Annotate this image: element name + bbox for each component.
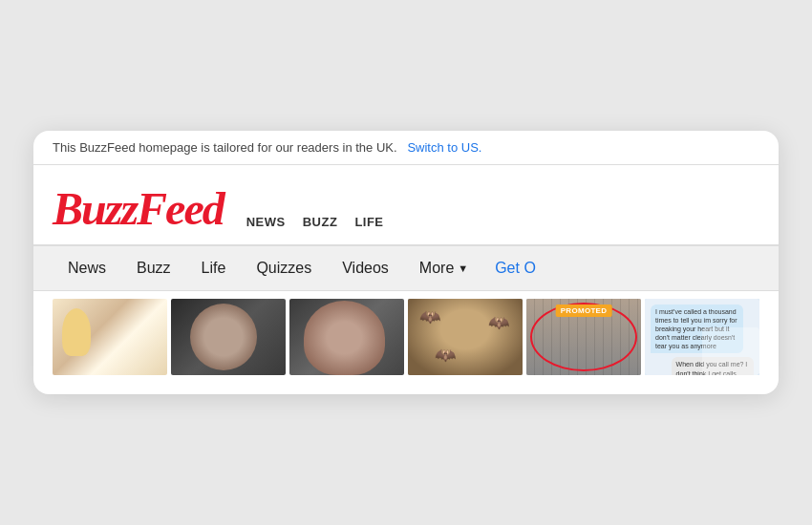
chat-bubble-2: When did you call me? I don't think I ge… bbox=[672, 357, 754, 375]
main-card: This BuzzFeed homepage is tailored for o… bbox=[33, 131, 779, 394]
nav-bar: News Buzz Life Quizzes Videos More ▼ Get… bbox=[33, 245, 779, 291]
header-nav-life: LIFE bbox=[354, 215, 383, 229]
nav-quizzes[interactable]: Quizzes bbox=[241, 246, 327, 290]
bat-icon-2: 🦇 bbox=[435, 345, 456, 366]
thumbnail-5-promoted[interactable]: PROMOTED bbox=[526, 299, 641, 375]
chat-overlay: I must've called a thousand times to tel… bbox=[645, 299, 759, 375]
header-nav: NEWS BUZZ LIFE bbox=[246, 215, 384, 235]
thumbnail-3[interactable] bbox=[289, 299, 404, 375]
nav-more[interactable]: More ▼ bbox=[404, 246, 483, 290]
chevron-down-icon: ▼ bbox=[458, 262, 468, 274]
nav-get[interactable]: Get O bbox=[483, 246, 547, 290]
bat-icon-3: 🦇 bbox=[488, 312, 509, 333]
header-nav-buzz: BUZZ bbox=[303, 215, 338, 229]
header: BuzzFeed NEWS BUZZ LIFE bbox=[33, 165, 779, 244]
nav-videos[interactable]: Videos bbox=[327, 246, 404, 290]
more-label: More bbox=[419, 260, 454, 277]
nav-news[interactable]: News bbox=[53, 246, 121, 290]
thumbnails-row: 🦇 🦇 🦇 PROMOTED I must've called a thousa… bbox=[33, 291, 779, 375]
nav-life[interactable]: Life bbox=[186, 246, 242, 290]
thumbnail-4[interactable]: 🦇 🦇 🦇 bbox=[408, 299, 523, 375]
buzzfeed-logo: BuzzFeed bbox=[53, 182, 224, 235]
logo-text: BuzzFeed bbox=[53, 183, 224, 234]
thumbnail-6[interactable]: I must've called a thousand times to tel… bbox=[645, 299, 759, 375]
thumbnail-2[interactable] bbox=[171, 299, 286, 375]
nav-buzz[interactable]: Buzz bbox=[121, 246, 186, 290]
uk-banner: This BuzzFeed homepage is tailored for o… bbox=[33, 131, 779, 165]
banner-text: This BuzzFeed homepage is tailored for o… bbox=[53, 140, 397, 155]
promoted-badge: PROMOTED bbox=[556, 304, 612, 317]
thumbnail-1[interactable] bbox=[53, 299, 167, 375]
header-nav-news: NEWS bbox=[246, 215, 286, 229]
switch-to-us-link[interactable]: Switch to US. bbox=[407, 140, 481, 155]
bat-icon-1: 🦇 bbox=[419, 306, 440, 327]
chat-bubble-1: I must've called a thousand times to tel… bbox=[651, 304, 743, 353]
